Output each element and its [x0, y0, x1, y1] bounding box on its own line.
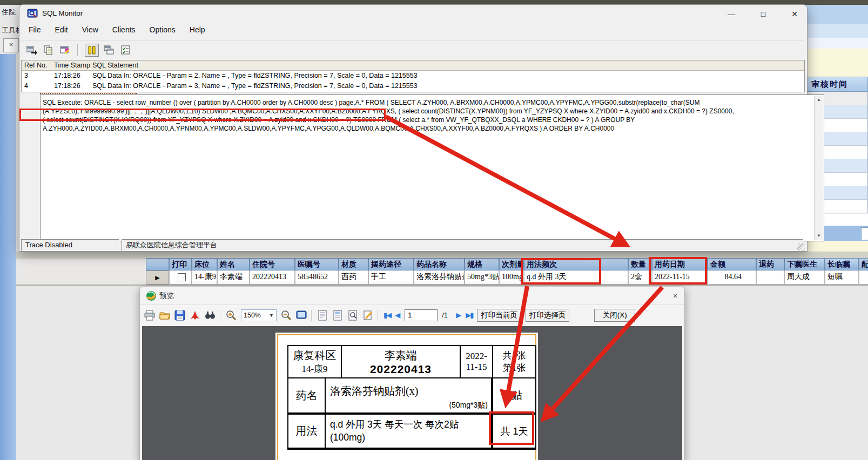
resize-grip[interactable]	[797, 243, 805, 251]
sql-monitor-titlebar[interactable]: SQL Monitor — □ ✕	[19, 5, 807, 22]
maximize-button[interactable]: □	[755, 9, 771, 20]
previous-page-icon[interactable]: ◀	[395, 310, 400, 321]
orders-header-1[interactable]: 打印	[169, 258, 192, 270]
background-grid-band	[806, 5, 868, 24]
minimize-button[interactable]: —	[723, 9, 739, 20]
menu-options[interactable]: Options	[144, 24, 181, 37]
label-date-cell: 2022- 11-15	[461, 346, 492, 377]
vertical-scrollbar[interactable]: ▲ ▼	[814, 96, 823, 240]
orders-cell-9: 50mg*3贴	[465, 270, 499, 285]
sql-line-3-rest: FROM ( select a.* from VW_YF_QTBQXX_DSQL…	[376, 116, 635, 124]
orders-cell-12: 2盒	[628, 270, 652, 285]
print-current-page-button[interactable]: 打印当前页	[477, 309, 521, 322]
menu-help[interactable]: Help	[184, 24, 211, 37]
page-total-label: /1	[442, 311, 452, 319]
zoom-in-icon[interactable]	[226, 310, 237, 321]
find-binoculars-icon[interactable]	[205, 310, 216, 321]
page-number-input[interactable]	[405, 309, 438, 321]
orders-header-11[interactable]: 用法频次	[524, 258, 628, 270]
orders-header-6[interactable]: 材质	[339, 258, 368, 270]
trace-time: 17:18:26	[54, 72, 80, 79]
menu-bar: File Edit View Clients Options Help	[23, 24, 211, 37]
trace-row[interactable]: 3 17:18:26 SQL Data In: ORACLE - Param =…	[22, 71, 804, 81]
next-page-icon[interactable]: ▶	[456, 310, 461, 321]
sql-statement-textarea[interactable]: SQL Execute: ORACLE - select row_number …	[40, 94, 824, 241]
col-time-stamp[interactable]: Time Stamp	[54, 62, 90, 69]
orders-header-8[interactable]: 药品名称	[414, 258, 465, 270]
print-checkbox[interactable]	[178, 273, 186, 281]
print-icon[interactable]	[144, 310, 155, 321]
menu-file[interactable]: File	[23, 24, 47, 37]
orders-corner-cell	[146, 258, 169, 270]
orders-header-12[interactable]: 数量	[628, 258, 652, 270]
orders-header-3[interactable]: 姓名	[217, 258, 250, 270]
scroll-up-icon[interactable]: ▲	[815, 96, 823, 104]
zoom-level-select[interactable]: 150%▼	[241, 309, 277, 321]
orders-header-4[interactable]: 住院号	[250, 258, 295, 270]
label-sheets-cell: 共1张 第1张	[493, 346, 535, 377]
open-folder-icon[interactable]	[159, 310, 170, 321]
orders-cell-10: 100mg	[499, 270, 524, 285]
fit-screen-icon[interactable]	[296, 310, 307, 321]
checklist-icon[interactable]	[119, 44, 132, 56]
page-text-icon[interactable]	[317, 310, 328, 321]
save-icon[interactable]	[174, 310, 185, 321]
first-page-icon[interactable]: ▮◀	[383, 310, 391, 321]
trace-time: 17:18:26	[54, 82, 80, 90]
close-preview-button[interactable]: 关闭(X)	[594, 309, 635, 322]
sql-monitor-window: SQL Monitor — □ ✕ File Edit View Clients…	[19, 4, 808, 252]
close-button[interactable]: ✕	[786, 9, 803, 20]
orders-header-17[interactable]: 长临嘱	[825, 258, 859, 270]
orders-cell-5: 58548652	[295, 270, 339, 285]
preview-close-button[interactable]: ×	[669, 290, 681, 301]
background-sidebar	[0, 54, 16, 460]
page-layout-icon[interactable]	[332, 310, 343, 321]
scroll-down-icon[interactable]: ▼	[815, 232, 823, 240]
background-grid-band	[806, 38, 868, 49]
orders-header-10[interactable]: 次剂量	[499, 258, 524, 270]
copy-icon[interactable]	[42, 44, 55, 56]
minimize-icon: —	[728, 10, 735, 18]
prescription-label-card: 康复科区 14-康9 李素端 202220413 2022- 11-15 共1张…	[287, 345, 536, 450]
menu-view[interactable]: View	[76, 24, 104, 37]
sql-line-4: A.ZYH000,A.ZYID00,A.BRXM00,A.CH0000,A.YP…	[43, 125, 815, 132]
page-magnify-icon[interactable]	[347, 310, 358, 321]
menu-clients[interactable]: Clients	[106, 24, 142, 37]
pause-trace-icon[interactable]	[85, 44, 99, 57]
preview-page: 康复科区 14-康9 李素端 202220413 2022- 11-15 共1张…	[275, 333, 538, 460]
label-total-sheets: 共1张	[503, 349, 526, 362]
orders-header-14[interactable]: 金额	[708, 258, 756, 270]
col-ref-no[interactable]: Ref No.	[24, 62, 47, 69]
row-selector-indicator: ▶	[146, 270, 169, 285]
toolbar-separator	[311, 310, 313, 321]
orders-header-15[interactable]: 退药	[756, 258, 784, 270]
orders-header-9[interactable]: 规格	[465, 258, 499, 270]
label-drug-qty-cell: 6贴	[493, 378, 535, 412]
orders-header-16[interactable]: 下嘱医生	[784, 258, 825, 270]
orders-header-13[interactable]: 用药日期	[652, 258, 708, 270]
sql-monitor-app-icon	[27, 8, 38, 19]
orders-header-18[interactable]: 配	[859, 258, 868, 270]
orders-header-2[interactable]: 床位	[192, 258, 217, 270]
col-sql-statement[interactable]: SQL Statement	[92, 62, 138, 69]
orders-header-7[interactable]: 摆药途径	[368, 258, 414, 270]
menu-edit[interactable]: Edit	[49, 24, 74, 37]
label-drug-cell: 洛索洛芬钠贴剂(x) (50mg*3贴)	[326, 378, 491, 412]
orders-cell-7: 手工	[368, 270, 414, 285]
print-selected-pages-button[interactable]: 打印选择页	[526, 309, 570, 322]
export-window-icon[interactable]	[25, 44, 38, 56]
edit-options-icon[interactable]	[59, 44, 72, 56]
label-usage-line1: q.d 外用 3天 每天一次 每次2贴	[326, 415, 491, 431]
pdf-export-icon[interactable]	[190, 310, 200, 321]
trace-statement: SQL Data In: ORACLE - Param = 3, Name = …	[92, 82, 418, 90]
label-date-1: 2022-	[466, 351, 487, 362]
panel-close-button[interactable]: ×	[3, 38, 19, 52]
page-edit-icon[interactable]	[362, 310, 373, 321]
zoom-out-icon[interactable]	[281, 310, 292, 321]
cascade-windows-icon[interactable]	[103, 44, 116, 56]
orders-cell-1[interactable]	[169, 270, 192, 285]
orders-cell-15	[756, 270, 784, 285]
trace-row[interactable]: 4 17:18:26 SQL Data In: ORACLE - Param =…	[22, 81, 804, 91]
orders-header-5[interactable]: 医嘱号	[295, 258, 339, 270]
last-page-icon[interactable]: ▶▮	[466, 310, 473, 321]
